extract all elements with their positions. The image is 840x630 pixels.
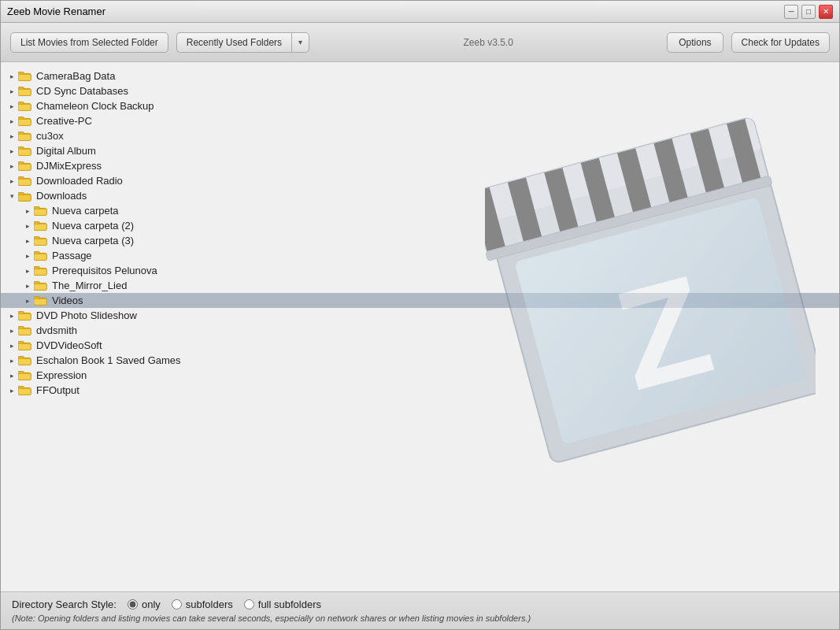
svg-rect-53: [18, 328, 31, 335]
radio-full-subfolders-input[interactable]: [244, 599, 254, 610]
tree-item-downloads[interactable]: Downloads: [1, 188, 839, 203]
tree-arrow-dvdsmith[interactable]: [7, 326, 17, 335]
svg-rect-44: [34, 284, 46, 290]
folder-icon-passage: [34, 250, 48, 261]
tree-item-djmix[interactable]: DJMixExpress: [1, 158, 839, 173]
tree-label-nueva3: Nueva carpeta (3): [52, 235, 134, 246]
tree-item-nueva1[interactable]: Nueva carpeta: [1, 203, 839, 218]
tree-arrow-camerabag[interactable]: [7, 72, 17, 81]
tree-label-videos: Videos: [52, 295, 83, 306]
svg-rect-8: [18, 104, 31, 110]
tree-arrow-dvdvideosoft[interactable]: [7, 341, 17, 350]
file-tree[interactable]: CameraBag Data CD Sync Databases Chamele…: [1, 62, 839, 591]
svg-rect-23: [18, 179, 31, 185]
svg-rect-35: [34, 239, 46, 245]
tree-item-digital[interactable]: Digital Album: [1, 143, 839, 158]
radio-full-subfolders[interactable]: full subfolders: [244, 598, 321, 610]
tree-arrow-downloads[interactable]: [7, 191, 17, 201]
folder-icon-djmix: [18, 161, 32, 172]
tree-arrow-videos[interactable]: [23, 296, 32, 306]
tree-label-nueva1: Nueva carpeta: [52, 205, 119, 217]
tree-arrow-mirror[interactable]: [23, 281, 32, 291]
folder-icon-cu3ox: [18, 131, 32, 142]
svg-rect-62: [18, 373, 31, 380]
folder-icon-digital: [18, 146, 32, 157]
tree-item-cdsync[interactable]: CD Sync Databases: [1, 83, 839, 98]
search-style-row: Directory Search Style: only subfolders …: [12, 598, 828, 610]
tree-item-eschalon[interactable]: Eschalon Book 1 Saved Games: [1, 353, 839, 368]
radio-subfolders[interactable]: subfolders: [172, 598, 233, 610]
check-updates-button[interactable]: Check for Updates: [731, 32, 830, 53]
tree-item-dvdvideosoft[interactable]: DVDVideoSoft: [1, 338, 839, 353]
tree-item-dvdsmith[interactable]: dvdsmith: [1, 323, 839, 338]
folder-icon-dvdvideosoft: [18, 340, 32, 351]
folder-icon-prerequisitos: [34, 265, 48, 276]
app-window: Zeeb Movie Renamer ─ □ ✕ List Movies fro…: [0, 0, 840, 630]
svg-rect-47: [34, 298, 46, 305]
tree-item-mirror[interactable]: The_Mirror_Lied: [1, 278, 839, 293]
tree-arrow-nueva3[interactable]: [23, 236, 32, 246]
tree-arrow-cdsync[interactable]: [7, 87, 17, 96]
title-bar: Zeeb Movie Renamer ─ □ ✕: [1, 1, 839, 23]
svg-rect-50: [18, 313, 31, 320]
tree-label-passage: Passage: [52, 250, 92, 261]
recently-used-button[interactable]: Recently Used Folders: [176, 32, 291, 53]
tree-arrow-expression[interactable]: [7, 371, 17, 380]
tree-arrow-djmix[interactable]: [7, 161, 17, 171]
tree-arrow-downloaded_radio[interactable]: [7, 176, 17, 186]
recently-used-dropdown[interactable]: ▾: [291, 32, 309, 53]
tree-label-cdsync: CD Sync Databases: [36, 85, 128, 97]
svg-rect-2: [18, 74, 31, 80]
tree-item-expression[interactable]: Expression: [1, 368, 839, 383]
tree-item-camerabag[interactable]: CameraBag Data: [1, 69, 839, 83]
tree-arrow-ffoutput[interactable]: [7, 386, 17, 395]
tree-item-videos[interactable]: Videos: [1, 293, 839, 308]
tree-label-downloaded_radio: Downloaded Radio: [36, 175, 123, 187]
tree-arrow-dvdphoto[interactable]: [7, 311, 17, 321]
tree-item-creative[interactable]: Creative-PC: [1, 113, 839, 128]
tree-arrow-prerequisitos[interactable]: [23, 266, 32, 276]
tree-arrow-cu3ox[interactable]: [7, 132, 17, 141]
options-button[interactable]: Options: [667, 32, 723, 53]
tree-label-ffoutput: FFOutput: [36, 384, 80, 396]
folder-icon-camerabag: [18, 71, 32, 82]
radio-only-label: only: [142, 598, 161, 610]
tree-arrow-creative[interactable]: [7, 117, 17, 126]
tree-item-prerequisitos[interactable]: Prerequisitos Pelunova: [1, 263, 839, 278]
folder-icon-videos: [34, 295, 48, 306]
tree-arrow-digital[interactable]: [7, 146, 17, 156]
tree-item-chameleon[interactable]: Chameleon Clock Backup: [1, 98, 839, 113]
folder-icon-creative: [18, 116, 32, 127]
tree-arrow-passage[interactable]: [23, 251, 32, 261]
tree-item-ffoutput[interactable]: FFOutput: [1, 383, 839, 398]
tree-arrow-eschalon[interactable]: [7, 356, 17, 365]
list-movies-button[interactable]: List Movies from Selected Folder: [10, 32, 168, 53]
tree-arrow-nueva1[interactable]: [23, 206, 32, 216]
radio-subfolders-input[interactable]: [172, 599, 182, 610]
tree-label-djmix: DJMixExpress: [36, 160, 102, 172]
folder-icon-mirror: [34, 280, 48, 291]
svg-rect-5: [18, 89, 31, 95]
tree-label-dvdsmith: dvdsmith: [36, 324, 77, 336]
tree-item-dvdphoto[interactable]: DVD Photo Slideshow: [1, 308, 839, 323]
svg-rect-65: [18, 388, 31, 395]
minimize-button[interactable]: ─: [784, 5, 798, 19]
bottom-bar: Directory Search Style: only subfolders …: [1, 591, 839, 629]
tree-item-passage[interactable]: Passage: [1, 248, 839, 263]
svg-rect-59: [18, 358, 31, 365]
radio-only[interactable]: only: [128, 598, 161, 610]
tree-item-downloaded_radio[interactable]: Downloaded Radio: [1, 173, 839, 188]
tree-item-nueva2[interactable]: Nueva carpeta (2): [1, 218, 839, 233]
tree-item-cu3ox[interactable]: cu3ox: [1, 128, 839, 143]
radio-only-input[interactable]: [128, 599, 138, 610]
tree-label-cu3ox: cu3ox: [36, 130, 64, 142]
tree-arrow-nueva2[interactable]: [23, 221, 32, 231]
tree-label-dvdphoto: DVD Photo Slideshow: [36, 309, 137, 321]
folder-icon-cdsync: [18, 86, 32, 97]
tree-label-downloads: Downloads: [36, 190, 87, 202]
tree-item-nueva3[interactable]: Nueva carpeta (3): [1, 233, 839, 248]
tree-label-creative: Creative-PC: [36, 115, 92, 127]
restore-button[interactable]: □: [801, 5, 816, 19]
tree-arrow-chameleon[interactable]: [7, 102, 17, 111]
close-button[interactable]: ✕: [819, 5, 833, 19]
